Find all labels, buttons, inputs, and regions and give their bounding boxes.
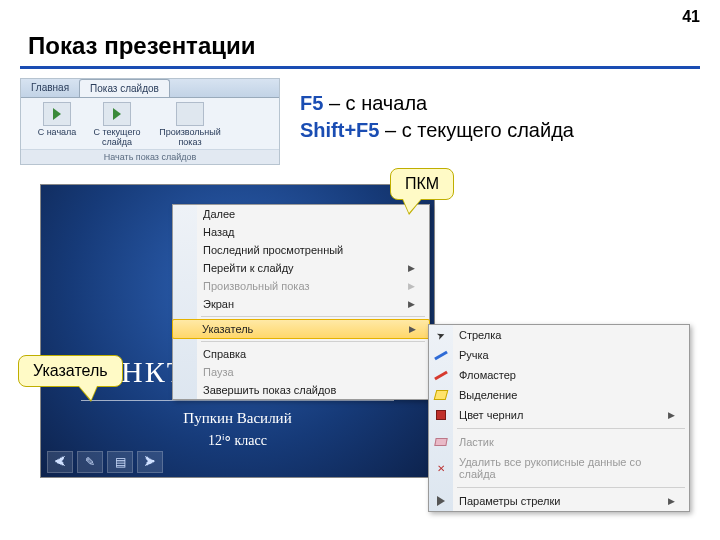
page-number: 41 [682, 8, 700, 26]
nav-menu-icon[interactable]: ▤ [107, 451, 133, 473]
context-menu: Далее Назад Последний просмотренный Пере… [172, 204, 430, 400]
chevron-right-icon: ▶ [668, 496, 675, 506]
shortcut-f5-text: – с начала [323, 92, 427, 114]
highlighter-icon [433, 387, 449, 403]
slide-divider [81, 400, 394, 401]
menu-separator [457, 487, 685, 488]
menu-pointer[interactable]: Указатель▶ [172, 319, 430, 339]
btn-from-start[interactable]: С начала [27, 102, 87, 148]
felt-pen-icon [433, 367, 449, 383]
ribbon: Главная Показ слайдов С начала С текущег… [20, 78, 280, 165]
btn-from-current-label: С текущего слайда [87, 128, 147, 148]
ribbon-tabs: Главная Показ слайдов [21, 79, 279, 98]
menu-help[interactable]: Справка [173, 345, 429, 363]
menu-last-viewed[interactable]: Последний просмотренный [173, 241, 429, 259]
pointer-submenu: Стрелка Ручка Фломастер Выделение Цвет ч… [428, 324, 690, 512]
btn-custom-label: Произвольный показ [147, 128, 233, 148]
menu-custom-show: Произвольный показ▶ [173, 277, 429, 295]
shortcut-shiftf5-text: – с текущего слайда [379, 119, 573, 141]
menu-next[interactable]: Далее [173, 205, 429, 223]
menu-back[interactable]: Назад [173, 223, 429, 241]
chevron-right-icon: ▶ [409, 324, 416, 334]
btn-custom-show[interactable]: Произвольный показ [147, 102, 233, 148]
sub-felt[interactable]: Фломастер [429, 365, 689, 385]
tab-home[interactable]: Главная [21, 79, 79, 97]
btn-from-start-label: С начала [38, 128, 77, 138]
nav-prev-icon[interactable]: ⮜ [47, 451, 73, 473]
nav-pen-icon[interactable]: ✎ [77, 451, 103, 473]
menu-pause: Пауза [173, 363, 429, 381]
callout-pkm: ПКМ [390, 168, 454, 200]
chevron-right-icon: ▶ [408, 263, 415, 273]
eraser-icon [433, 434, 449, 450]
menu-screen[interactable]: Экран▶ [173, 295, 429, 313]
btn-from-current[interactable]: С текущего слайда [87, 102, 147, 148]
shortcut-f5-key: F5 [300, 92, 323, 114]
chevron-right-icon: ▶ [408, 299, 415, 309]
callout-pointer: Указатель [18, 355, 123, 387]
shortcut-shiftf5-key: Shift+F5 [300, 119, 379, 141]
custom-show-icon [176, 102, 204, 126]
pen-icon [433, 347, 449, 363]
sub-ink-color[interactable]: Цвет чернил▶ [429, 405, 689, 425]
slide-class: 12ⁱᵒ класс [41, 432, 434, 449]
sub-pen[interactable]: Ручка [429, 345, 689, 365]
chevron-right-icon: ▶ [408, 281, 415, 291]
delete-icon [433, 460, 449, 476]
play-icon [43, 102, 71, 126]
menu-separator [457, 428, 685, 429]
sub-erase-all: Удалить все рукописные данные со слайда [429, 452, 689, 484]
nav-next-icon[interactable]: ⮞ [137, 451, 163, 473]
menu-end-show[interactable]: Завершить показ слайдов [173, 381, 429, 399]
cursor-icon [433, 327, 449, 343]
slideshow-nav: ⮜ ✎ ▤ ⮞ [47, 451, 163, 473]
sub-highlight[interactable]: Выделение [429, 385, 689, 405]
menu-goto-slide[interactable]: Перейти к слайду▶ [173, 259, 429, 277]
sub-arrow-opts[interactable]: Параметры стрелки▶ [429, 491, 689, 511]
tab-slideshow[interactable]: Показ слайдов [79, 79, 170, 97]
ribbon-group-label: Начать показ слайдов [21, 149, 279, 164]
menu-separator [201, 316, 425, 317]
page-title: Показ презентации [28, 32, 255, 60]
chevron-right-icon: ▶ [668, 410, 675, 420]
ink-color-icon [433, 407, 449, 423]
arrow-options-icon [433, 493, 449, 509]
slide-author: Пупкин Василий [41, 410, 434, 427]
title-rule [20, 66, 700, 69]
sub-arrow[interactable]: Стрелка [429, 325, 689, 345]
sub-eraser: Ластик [429, 432, 689, 452]
shortcuts-text: F5 – с начала Shift+F5 – с текущего слай… [300, 90, 574, 144]
menu-separator [201, 341, 425, 342]
play-icon [103, 102, 131, 126]
